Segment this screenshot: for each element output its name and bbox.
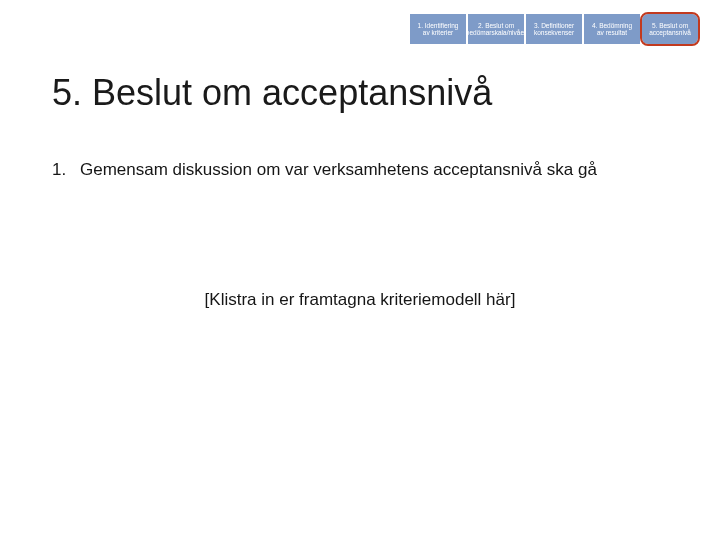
list-item-text: Gemensam diskussion om var verksamhetens… — [80, 160, 597, 180]
nav-step-label: 3. Definitioner konsekvenser — [530, 22, 578, 37]
nav-step-4: 4. Bedömning av resultat — [584, 14, 640, 44]
list-item-number: 1. — [52, 160, 80, 180]
slide: 1. Identifiering av kriterier 2. Beslut … — [0, 0, 720, 540]
process-nav: 1. Identifiering av kriterier 2. Beslut … — [410, 14, 698, 44]
placeholder-hint: [Klistra in er framtagna kriteriemodell … — [0, 290, 720, 310]
page-title: 5. Beslut om acceptansnivå — [52, 72, 492, 114]
list-item: 1. Gemensam diskussion om var verksamhet… — [52, 160, 668, 180]
nav-step-1: 1. Identifiering av kriterier — [410, 14, 466, 44]
content-list: 1. Gemensam diskussion om var verksamhet… — [52, 160, 668, 188]
nav-step-label: 4. Bedömning av resultat — [588, 22, 636, 37]
nav-step-3: 3. Definitioner konsekvenser — [526, 14, 582, 44]
nav-step-label: 2. Beslut om bedömarskala/nivåer — [466, 22, 526, 37]
nav-step-label: 1. Identifiering av kriterier — [414, 22, 462, 37]
nav-step-2: 2. Beslut om bedömarskala/nivåer — [468, 14, 524, 44]
nav-step-5: 5. Beslut om acceptansnivå — [642, 14, 698, 44]
nav-step-label: 5. Beslut om acceptansnivå — [646, 22, 694, 37]
